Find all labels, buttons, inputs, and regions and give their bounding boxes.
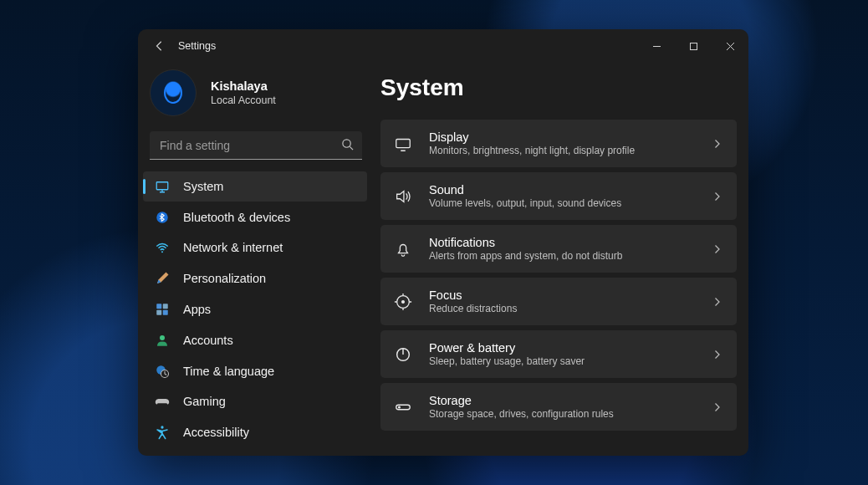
profile-name: Kishalaya (211, 79, 276, 93)
nav-item-gaming[interactable]: Gaming (143, 386, 367, 416)
nav-item-network-internet[interactable]: Network & internet (143, 233, 367, 263)
settings-item-focus[interactable]: FocusReduce distractions (380, 278, 737, 325)
apps-icon (155, 302, 170, 317)
nav-item-accessibility[interactable]: Accessibility (143, 417, 367, 447)
avatar (150, 69, 197, 116)
card-subtitle: Alerts from apps and system, do not dist… (429, 250, 697, 262)
chevron-right-icon (712, 297, 722, 307)
chevron-right-icon (712, 191, 722, 202)
chevron-right-icon (712, 402, 722, 412)
nav-item-label: Accounts (183, 334, 233, 347)
svg-point-15 (160, 335, 165, 340)
clock-globe-icon (155, 364, 170, 379)
svg-rect-12 (163, 304, 168, 309)
nav-item-label: Apps (183, 303, 211, 316)
maximize-button[interactable] (675, 29, 712, 63)
nav-item-apps[interactable]: Apps (143, 294, 367, 324)
card-title: Notifications (429, 236, 697, 249)
bell-icon (392, 238, 414, 260)
sound-icon (392, 186, 414, 207)
display-icon (392, 133, 414, 155)
settings-item-display[interactable]: DisplayMonitors, brightness, night light… (380, 120, 737, 167)
profile[interactable]: Kishalaya Local Account (138, 63, 372, 131)
chevron-right-icon (712, 350, 722, 360)
svg-point-23 (402, 300, 405, 303)
settings-item-sound[interactable]: SoundVolume levels, output, input, sound… (380, 172, 737, 220)
main: System DisplayMonitors, brightness, nigh… (372, 63, 748, 456)
window-controls (638, 29, 748, 63)
search-wrap (150, 131, 362, 160)
settings-list[interactable]: DisplayMonitors, brightness, night light… (372, 120, 748, 456)
card-subtitle: Sleep, battery usage, battery saver (429, 355, 697, 367)
svg-point-27 (399, 406, 401, 408)
nav-item-accounts[interactable]: Accounts (143, 325, 367, 355)
card-subtitle: Storage space, drives, configuration rul… (429, 408, 697, 420)
card-title: Display (429, 130, 697, 144)
chevron-right-icon (712, 244, 722, 254)
settings-item-power-battery[interactable]: Power & batterySleep, battery usage, bat… (380, 330, 737, 378)
minimize-button[interactable] (638, 29, 675, 63)
card-title: Storage (429, 394, 697, 407)
titlebar: Settings (138, 29, 748, 63)
nav-item-label: Accessibility (183, 426, 249, 439)
settings-item-storage[interactable]: StorageStorage space, drives, configurat… (380, 383, 737, 431)
app-title: Settings (178, 40, 216, 52)
profile-subtitle: Local Account (211, 94, 276, 106)
card-title: Focus (429, 288, 697, 302)
power-icon (392, 344, 414, 365)
nav-item-label: Network & internet (183, 241, 283, 254)
svg-rect-11 (156, 304, 161, 309)
accessibility-icon (155, 425, 170, 440)
svg-rect-14 (163, 310, 168, 315)
nav-item-label: Bluetooth & devices (183, 211, 290, 224)
nav-item-personalization[interactable]: Personalization (143, 263, 367, 294)
gamepad-icon (155, 394, 170, 409)
svg-rect-6 (156, 182, 168, 190)
paintbrush-icon (155, 271, 170, 286)
close-button[interactable] (712, 29, 748, 63)
nav-item-label: Time & language (183, 365, 274, 378)
card-subtitle: Monitors, brightness, night light, displ… (429, 145, 697, 156)
nav-item-label: System (183, 180, 223, 193)
chevron-right-icon (712, 139, 722, 149)
svg-rect-1 (690, 43, 697, 49)
search-input[interactable] (150, 131, 362, 160)
svg-point-19 (161, 426, 163, 428)
settings-item-notifications[interactable]: NotificationsAlerts from apps and system… (380, 225, 737, 273)
card-subtitle: Reduce distractions (429, 303, 697, 314)
focus-icon (392, 291, 414, 313)
nav: SystemBluetooth & devicesNetwork & inter… (138, 171, 372, 447)
settings-window: Settings Kishalaya Local (138, 29, 748, 456)
card-title: Sound (429, 183, 697, 197)
svg-rect-20 (396, 139, 411, 147)
person-icon (155, 333, 170, 348)
storage-icon (392, 396, 414, 418)
system-icon (155, 179, 170, 194)
bluetooth-icon (155, 210, 170, 225)
nav-item-label: Personalization (183, 272, 266, 285)
card-title: Power & battery (429, 341, 697, 355)
card-subtitle: Volume levels, output, input, sound devi… (429, 197, 697, 209)
svg-point-10 (161, 252, 163, 253)
nav-item-system[interactable]: System (143, 171, 367, 202)
svg-rect-13 (156, 310, 161, 315)
sidebar: Kishalaya Local Account SystemBluetooth … (138, 63, 372, 456)
page-title: System (380, 74, 732, 101)
wifi-icon (155, 240, 170, 255)
back-button[interactable] (150, 36, 170, 56)
main-header: System (372, 63, 748, 120)
nav-item-label: Gaming (183, 395, 226, 408)
nav-item-bluetooth-devices[interactable]: Bluetooth & devices (143, 202, 367, 232)
nav-item-time-language[interactable]: Time & language (143, 356, 367, 386)
